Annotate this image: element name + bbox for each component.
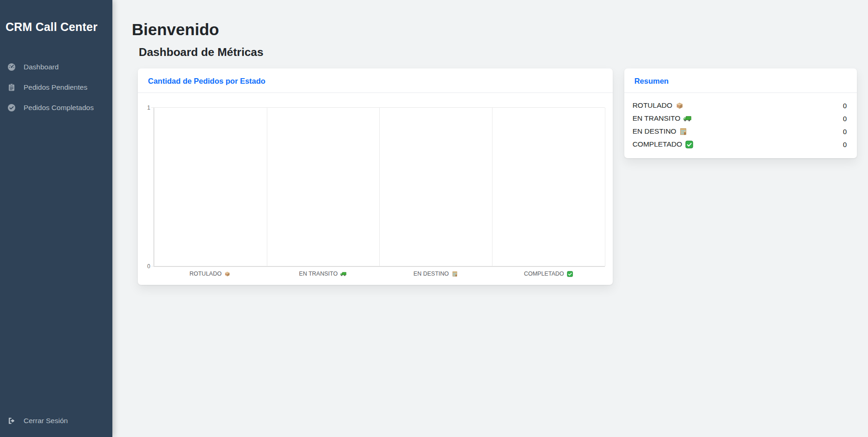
x-axis-label-text: EN DESTINO bbox=[413, 271, 449, 277]
summary-row-rotulado: ROTULADO 0 bbox=[632, 99, 850, 112]
sidebar-item-dashboard[interactable]: Dashboard bbox=[0, 57, 112, 77]
sidebar-item-label: Dashboard bbox=[24, 63, 59, 71]
summary-card-title: Resumen bbox=[624, 68, 857, 93]
summary-label: EN DESTINO bbox=[633, 127, 677, 135]
page-subtitle: Dashboard de Métricas bbox=[139, 46, 857, 59]
gridline bbox=[492, 108, 492, 266]
sidebar: CRM Call Center Dashboard Pedidos Pendi bbox=[0, 0, 112, 437]
gridline bbox=[151, 107, 605, 108]
x-axis-label-text: EN TRANSITO bbox=[299, 271, 338, 277]
department-store-icon bbox=[679, 128, 687, 135]
summary-list: ROTULADO 0 EN TRANSITO 0 EN DESTINO bbox=[624, 93, 857, 158]
y-tick-label: 1 bbox=[141, 105, 150, 111]
logout-button[interactable]: Cerrar Sesión bbox=[0, 411, 112, 431]
summary-value: 0 bbox=[843, 141, 847, 148]
gridline bbox=[379, 108, 380, 266]
x-axis-label-text: ROTULADO bbox=[190, 271, 222, 277]
summary-label: ROTULADO bbox=[633, 101, 672, 110]
summary-row-en-destino: EN DESTINO 0 bbox=[632, 125, 850, 138]
clipboard-icon bbox=[7, 83, 16, 92]
page-title: Bienvenido bbox=[132, 20, 857, 39]
x-axis-label-text: COMPLETADO bbox=[524, 271, 564, 277]
x-axis-label: COMPLETADO bbox=[492, 271, 605, 277]
gridline bbox=[267, 108, 267, 266]
x-axis-label: EN DESTINO bbox=[379, 271, 492, 277]
sidebar-item-pedidos-completados[interactable]: Pedidos Completados bbox=[0, 98, 112, 118]
department-store-icon bbox=[452, 271, 458, 277]
summary-value: 0 bbox=[843, 128, 847, 135]
gauge-icon bbox=[7, 63, 16, 71]
logout-label: Cerrar Sesión bbox=[24, 417, 68, 425]
delivery-truck-icon bbox=[683, 115, 691, 123]
sidebar-item-label: Pedidos Completados bbox=[24, 104, 94, 112]
summary-value: 0 bbox=[843, 115, 847, 123]
sidebar-item-pedidos-pendientes[interactable]: Pedidos Pendientes bbox=[0, 77, 112, 98]
x-axis-label: EN TRANSITO bbox=[266, 271, 379, 277]
chart-x-labels: ROTULADOEN TRANSITOEN DESTINOCOMPLETADO bbox=[154, 271, 605, 277]
summary-label: EN TRANSITO bbox=[633, 114, 681, 123]
check-button-icon bbox=[567, 271, 573, 277]
package-icon bbox=[224, 271, 230, 277]
summary-row-completado: COMPLETADO 0 bbox=[632, 138, 850, 151]
sign-out-icon bbox=[7, 417, 16, 425]
gridline bbox=[154, 108, 154, 266]
gridline bbox=[605, 108, 605, 266]
summary-value: 0 bbox=[843, 102, 847, 110]
package-icon bbox=[676, 102, 683, 110]
sidebar-item-label: Pedidos Pendientes bbox=[24, 83, 87, 92]
main-content: Bienvenido Dashboard de Métricas Cantida… bbox=[112, 0, 868, 437]
delivery-truck-icon bbox=[340, 271, 346, 277]
x-axis-label: ROTULADO bbox=[154, 271, 266, 277]
chart-card: Cantidad de Pedidos por Estado 01 ROTULA… bbox=[138, 68, 613, 285]
summary-card: Resumen ROTULADO 0 EN TRANSITO 0 bbox=[624, 68, 857, 158]
app-title: CRM Call Center bbox=[6, 20, 107, 34]
chart-card-title: Cantidad de Pedidos por Estado bbox=[138, 68, 613, 93]
sidebar-nav: Dashboard Pedidos Pendientes Pedidos Com… bbox=[0, 57, 112, 118]
chart-plot: 01 bbox=[154, 108, 605, 267]
check-button-icon bbox=[685, 141, 693, 148]
gridline bbox=[151, 266, 605, 266]
summary-label: COMPLETADO bbox=[633, 140, 682, 148]
check-circle-icon bbox=[7, 104, 16, 112]
summary-row-en-transito: EN TRANSITO 0 bbox=[632, 112, 850, 125]
y-tick-label: 0 bbox=[141, 264, 150, 269]
